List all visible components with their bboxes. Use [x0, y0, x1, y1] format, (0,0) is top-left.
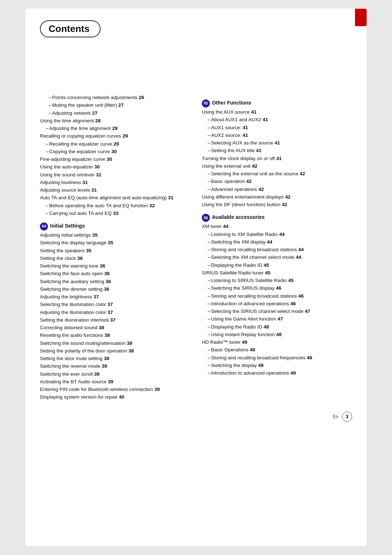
entry-text: Switching the ever scroll 39: [40, 371, 99, 377]
entry-text: Setting the polarity of the door operati…: [40, 348, 134, 354]
dash-icon: –: [49, 94, 52, 101]
dash-icon: –: [208, 246, 211, 253]
entry-text: AUX2 source: 41: [211, 132, 248, 139]
list-item: – Displaying the Radio ID 48: [202, 323, 352, 331]
list-item: – Listening to XM Satellite Radio 44: [202, 231, 352, 238]
section-badge: 06: [202, 214, 210, 222]
entry-text: Before operating the auto TA and EQ func…: [49, 202, 155, 209]
dash-icon: –: [208, 254, 211, 261]
page-num: 45: [265, 270, 270, 276]
page-num: 38: [127, 340, 132, 346]
list-item: – Displaying the Radio ID 45: [202, 262, 352, 269]
list-item: Switching the sound muting/attenuation 3…: [40, 340, 190, 347]
entry-text: Using the auto-equalizer 30: [40, 164, 100, 170]
list-item: Adjusting loudness 31: [40, 179, 190, 186]
dash-icon: –: [208, 124, 211, 131]
page-num: 31: [96, 172, 102, 177]
dash-icon: –: [49, 102, 52, 109]
list-item: Switching the warning tone 36: [40, 262, 190, 270]
page-num: 36: [77, 256, 83, 261]
list-item: – Setting the AUX title 41: [202, 147, 352, 154]
page-title: Contents: [40, 20, 101, 37]
entry-text: Recalling the equalizer curve 29: [49, 140, 119, 148]
page-num: 48: [264, 324, 269, 330]
page-num: 42: [282, 202, 287, 207]
list-item: Adjusting the illumination color 37: [40, 309, 190, 316]
dash-icon: –: [208, 147, 211, 154]
page-num: 35: [108, 240, 113, 245]
list-item: – Selecting the SIRIUS channel select mo…: [202, 308, 352, 315]
page-num: 49: [258, 363, 264, 368]
dash-icon: –: [49, 110, 52, 117]
list-item: Using different entertainment displays 4…: [202, 193, 352, 201]
list-item: – Storing and recalling broadcast statio…: [202, 246, 352, 253]
list-item: Entering PIN code for Bluetooth wireless…: [40, 386, 190, 393]
dash-icon: –: [208, 362, 211, 369]
page-num: 38: [99, 325, 104, 330]
dash-icon: –: [46, 202, 49, 209]
list-item: – Using Instant Replay function 48: [202, 331, 352, 338]
dash-icon: –: [208, 308, 211, 315]
page-num: 41: [256, 148, 261, 153]
entry-text: Storing and recalling broadcast stations…: [211, 246, 304, 253]
page-num: 42: [252, 163, 257, 169]
section-04-badge: 04: [40, 223, 48, 230]
section-title: Other Functions: [212, 99, 251, 107]
entry-text: Using the DF (direct function) button 42: [202, 202, 287, 207]
page-num: 29: [114, 141, 119, 147]
page-num: 26: [139, 95, 144, 100]
entry-text: Activating the BT Audio source 39: [40, 379, 113, 384]
entry-text: About AUX1 and AUX2 41: [211, 116, 268, 123]
page-num: 39: [94, 371, 99, 377]
page-num: 36: [104, 271, 110, 276]
page-num: 37: [107, 310, 113, 315]
entry-text: Using Instant Replay function 48: [211, 331, 282, 338]
entry-text: Displaying system version for repair 40: [40, 394, 124, 400]
entry-text: Adjusting network 27: [52, 110, 98, 117]
page-num: 47: [278, 316, 283, 322]
list-item: – Storing and recalling broadcast freque…: [202, 354, 352, 362]
page-num: 35: [92, 232, 98, 238]
page-num: 42: [246, 179, 252, 184]
entry-text: Fine-adjusting equalizer curve 30: [40, 156, 112, 162]
entry-text: Adjusting initial settings 35: [40, 232, 98, 238]
page-num: 44: [267, 239, 272, 245]
list-item: Adjusting initial settings 35: [40, 232, 190, 239]
left-column: – Points concerning network adjustments …: [40, 94, 190, 401]
dash-icon: –: [208, 132, 211, 139]
list-item: – Selecting AUX as the source 41: [202, 139, 352, 147]
list-item: Switching the ever scroll 39: [40, 371, 190, 378]
entry-text: Setting the door mute setting 38: [40, 356, 109, 361]
list-item: Setting the door mute setting 38: [40, 355, 190, 362]
list-item: Recalling or copying equalizer curves 29: [40, 132, 190, 140]
list-item: HD Radio™ tuner 49: [202, 339, 352, 346]
list-item: – Switching the SIRIUS display 46: [202, 285, 352, 292]
entry-text: Switching the warning tone 36: [40, 263, 105, 269]
section-04-header: 04 Initial Settings: [40, 222, 190, 230]
page-num: 40: [119, 394, 124, 400]
dash-icon: –: [208, 238, 211, 246]
page-num: 45: [288, 278, 294, 283]
entry-text: Selecting the XM channel select mode 44: [211, 254, 301, 261]
page-num: 32: [149, 203, 155, 208]
dash-icon: –: [46, 140, 49, 148]
page-num: 44: [279, 232, 285, 237]
list-item: – AUX2 source: 41: [202, 132, 352, 139]
list-item: – Switching the display 49: [202, 362, 352, 369]
dash-icon: –: [208, 315, 211, 323]
list-item: Turning the clock display on or off 41: [202, 155, 352, 162]
page-num: 41: [274, 140, 280, 146]
page-num: 37: [94, 294, 99, 299]
page-num: 31: [91, 187, 97, 193]
list-item: – Before operating the auto TA and EQ fu…: [40, 202, 190, 209]
page-num: 38: [105, 332, 110, 338]
dash-icon: –: [208, 116, 211, 123]
entry-text: XM tuner 44: [202, 224, 229, 229]
list-item: – Advanced operations 42: [202, 186, 352, 193]
entry-text: Selecting the SIRIUS channel select mode…: [211, 308, 310, 315]
entry-text: HD Radio™ tuner 49: [202, 339, 247, 345]
page-num: 46: [276, 285, 281, 291]
page-num: 41: [276, 156, 282, 161]
dash-icon: –: [208, 293, 211, 300]
entry-text: SIRIUS Satellite Radio tuner 45: [202, 270, 270, 276]
